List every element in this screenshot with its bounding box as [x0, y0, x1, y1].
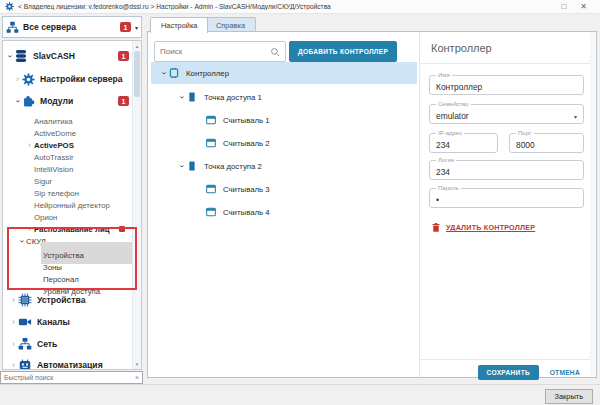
name-input[interactable] [430, 77, 583, 95]
sidebar-item-neuro-detector[interactable]: Нейронный детектор [3, 199, 133, 211]
cancel-button[interactable]: ОТМЕНА [544, 365, 586, 380]
server-selector-label: Все сервера [23, 22, 76, 32]
add-controller-button[interactable]: ДОБАВИТЬ КОНТРОЛЛЕР [289, 41, 397, 62]
chevron-expanded-icon[interactable]: › [177, 93, 186, 102]
scroll-down-icon[interactable]: ▾ [133, 360, 141, 368]
chevron-expanded-icon[interactable]: › [13, 97, 22, 106]
clear-icon[interactable]: × [132, 374, 142, 381]
sidebar-item-slavcash[interactable]: › SlavCASH 1 [3, 45, 133, 67]
chevron-collapsed-icon[interactable]: › [25, 141, 34, 150]
server-nav-tree: › SlavCASH 1 › Настройки сервера › Модул… [2, 40, 142, 370]
sidebar-item-analytics[interactable]: Аналитика [3, 115, 133, 127]
chevron-collapsed-icon[interactable]: › [25, 225, 34, 234]
password-field[interactable]: Пароль [429, 188, 584, 208]
settings-panel: ДОБАВИТЬ КОНТРОЛЛЕР › Контроллер › Точка… [147, 31, 597, 378]
name-field[interactable]: Имя [429, 75, 584, 95]
chevron-collapsed-icon[interactable]: › [13, 75, 22, 84]
camera-icon [18, 315, 32, 329]
chevron-collapsed-icon[interactable]: › [9, 340, 18, 349]
delete-controller-link[interactable]: УДАЛИТЬ КОНТРОЛЛЕР [431, 222, 535, 233]
card-reader-icon [205, 114, 217, 126]
scroll-up-icon[interactable]: ▴ [133, 42, 141, 50]
sidebar-item-label: Настройки сервера [40, 74, 123, 84]
door-icon [186, 91, 198, 103]
tree-item-reader-3[interactable]: Считываль 3 [151, 178, 417, 200]
window-titlebar: < Владелец лицензии: v.fedorenko@dssl.ru… [0, 0, 600, 14]
family-value[interactable] [430, 106, 583, 124]
chevron-expanded-icon[interactable]: › [5, 52, 14, 61]
sidebar-item-sigur[interactable]: Sigur [3, 175, 133, 187]
save-button[interactable]: СОХРАНИТЬ [478, 365, 539, 380]
database-icon [14, 49, 28, 63]
tab-help[interactable]: Справка [205, 17, 256, 32]
maximize-icon[interactable]: □ [561, 3, 566, 11]
gear-icon [22, 73, 35, 86]
sidebar-item-intellivision[interactable]: IntelliVision [3, 163, 133, 175]
scrollbar-thumb[interactable] [134, 51, 140, 97]
sidebar-item-autotrassir[interactable]: AutoTrassir [3, 151, 133, 163]
chevron-expanded-icon[interactable]: › [177, 162, 186, 171]
tree-item-access-point-2[interactable]: › Точка доступа 2 [151, 155, 417, 177]
divider [420, 359, 596, 360]
tree-item-reader-1[interactable]: Считываль 1 [151, 109, 417, 131]
chip-icon [18, 293, 32, 307]
tree-item-reader-2[interactable]: Считываль 2 [151, 132, 417, 154]
close-icon[interactable]: ✕ [580, 3, 587, 11]
form-title: Контроллер [431, 42, 492, 54]
port-field[interactable]: Порт [509, 133, 584, 153]
controller-search-input[interactable] [155, 47, 270, 56]
tree-item-controller[interactable]: › Контроллер [151, 62, 417, 84]
server-selector[interactable]: Все сервера 1 ▾ [2, 16, 142, 38]
robot-icon [18, 358, 32, 370]
sidebar-item-orion[interactable]: Орион [3, 211, 133, 223]
port-input[interactable] [510, 135, 583, 153]
trash-icon [431, 222, 441, 233]
login-field[interactable]: Логин [429, 160, 584, 180]
close-dialog-button[interactable]: Закрыть [545, 389, 593, 404]
slavcash-badge: 1 [118, 51, 129, 61]
sidebar-item-channels[interactable]: › Каналы [3, 311, 133, 333]
chevron-expanded-icon[interactable]: › [159, 69, 168, 78]
form-scrollbar[interactable] [590, 33, 595, 376]
chevron-collapsed-icon[interactable]: › [9, 361, 18, 370]
tab-settings[interactable]: Настройка [150, 17, 208, 33]
sidebar-item-activepos[interactable]: › ActivePOS [3, 139, 133, 151]
sidebar-item-face-recognition[interactable]: › Распознавание лиц [3, 223, 133, 235]
controller-search[interactable] [154, 41, 286, 62]
network-icon [6, 21, 19, 34]
server-selector-badge: 1 [120, 22, 131, 32]
quick-search[interactable]: × [0, 371, 143, 384]
sidebar-scrollbar[interactable]: ▴ ▾ [132, 41, 141, 369]
sidebar-item-label: SlavCASH [33, 51, 75, 61]
password-input[interactable] [430, 190, 583, 208]
ip-field[interactable]: IP-адрес [429, 133, 498, 153]
sidebar-item-devices[interactable]: › Устройства [3, 289, 133, 311]
app-gear-icon [5, 2, 14, 11]
card-reader-icon [205, 206, 217, 218]
network-icon [18, 337, 32, 351]
tree-item-reader-4[interactable]: Считываль 4 [151, 201, 417, 223]
sidebar-item-server-settings[interactable]: › Настройки сервера [3, 68, 133, 90]
puzzle-icon [22, 95, 35, 108]
sidebar-item-sip-phone[interactable]: Sip телефон [3, 187, 133, 199]
sidebar-item-activedome[interactable]: ActiveDome [3, 127, 133, 139]
sidebar-item-label: Модули [40, 96, 73, 106]
alert-dot [119, 226, 125, 232]
quick-search-input[interactable] [1, 374, 132, 381]
card-reader-icon [205, 137, 217, 149]
chevron-down-icon[interactable]: ▾ [574, 113, 577, 120]
chevron-expanded-icon[interactable]: › [17, 237, 26, 246]
sidebar-item-modules[interactable]: › Модули 1 [3, 90, 133, 112]
login-input[interactable] [430, 162, 583, 180]
ip-input[interactable] [430, 135, 497, 153]
chevron-collapsed-icon[interactable]: › [9, 296, 18, 305]
card-reader-icon [205, 183, 217, 195]
sidebar-item-automation[interactable]: › Автоматизация [3, 354, 133, 370]
controller-chip-icon [168, 67, 180, 79]
chevron-collapsed-icon[interactable]: › [9, 318, 18, 327]
sidebar-item-network[interactable]: › Сеть [3, 333, 133, 355]
family-select[interactable]: Семейство ▾ [429, 104, 584, 124]
tree-item-access-point-1[interactable]: › Точка доступа 1 [151, 86, 417, 108]
chevron-down-icon[interactable]: ▾ [135, 24, 138, 31]
modules-badge: 1 [118, 96, 129, 106]
